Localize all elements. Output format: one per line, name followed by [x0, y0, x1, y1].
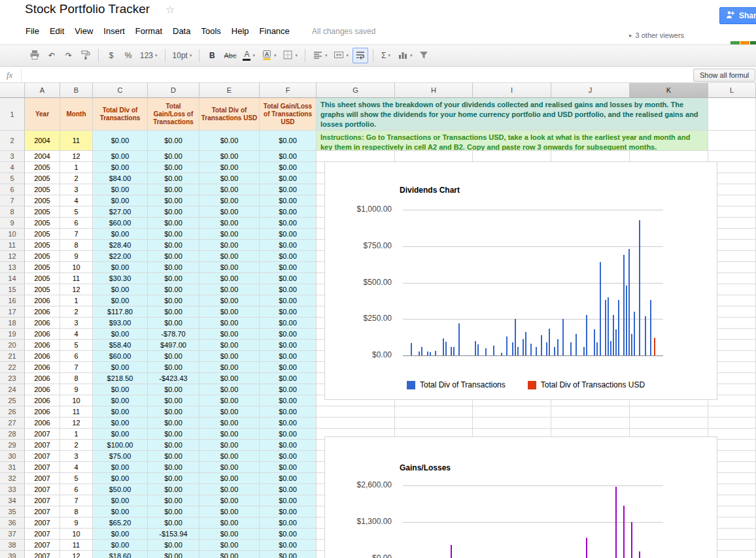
cell-F29[interactable]: $0.00	[260, 440, 317, 451]
menu-tools[interactable]: Tools	[196, 24, 226, 38]
cell-B6[interactable]: 3	[60, 184, 93, 195]
cell-E17[interactable]: $0.00	[199, 306, 260, 318]
cell-C32[interactable]: $0.00	[93, 473, 148, 484]
cell-C26[interactable]: $0.00	[93, 406, 148, 418]
cell-C25[interactable]: $0.00	[93, 395, 148, 406]
cell-C33[interactable]: $50.00	[93, 484, 148, 495]
menu-data[interactable]: Data	[167, 24, 196, 38]
row-header-27[interactable]: 27	[0, 418, 25, 429]
row-header-33[interactable]: 33	[0, 484, 25, 495]
cell-D32[interactable]: $0.00	[148, 473, 199, 484]
cell-F8[interactable]: $0.00	[260, 206, 317, 218]
gains-losses-chart[interactable]: Gains/Losses $2,600.00$1,300.00$0.00	[324, 436, 717, 558]
row-header-28[interactable]: 28	[0, 429, 25, 440]
cell-F18[interactable]: $0.00	[260, 318, 317, 329]
cell-A23[interactable]: 2006	[25, 373, 60, 384]
cell-C30[interactable]: $75.00	[93, 451, 148, 462]
cell-C3[interactable]: $0.00	[93, 151, 148, 162]
row-header-31[interactable]: 31	[0, 462, 25, 473]
cell-A2[interactable]: 2004	[25, 131, 60, 151]
cell-C13[interactable]: $0.00	[93, 262, 148, 273]
cell-D3[interactable]: $0.00	[148, 151, 199, 162]
other-viewers[interactable]: ▸ 3 other viewers	[629, 31, 684, 39]
row-header-10[interactable]: 10	[0, 229, 25, 240]
cell-F11[interactable]: $0.00	[260, 240, 317, 251]
column-header-E[interactable]: E	[199, 83, 260, 98]
cell-A8[interactable]: 2005	[25, 206, 60, 218]
cell-H3[interactable]	[395, 151, 473, 162]
cell-G1-note[interactable]: This sheet shows the breakdown of your d…	[317, 98, 708, 131]
insert-chart-button[interactable]: ▾	[395, 48, 415, 63]
font-size-button[interactable]: 10pt▾	[170, 48, 195, 63]
column-header-G[interactable]: G	[317, 83, 395, 98]
cell-D22[interactable]: $0.00	[148, 362, 199, 373]
cell-C6[interactable]: $0.00	[93, 184, 148, 195]
save-status[interactable]: All changes saved	[312, 27, 375, 36]
cell-C2[interactable]: $0.00	[93, 131, 148, 151]
row-header-25[interactable]: 25	[0, 395, 25, 406]
cell-G2-note[interactable]: Instructions: Go to Transactions or Tran…	[317, 131, 708, 151]
cell-E31[interactable]: $0.00	[199, 462, 260, 473]
cell-E26[interactable]: $0.00	[199, 406, 260, 418]
cell-B10[interactable]: 7	[60, 229, 93, 240]
cell-A17[interactable]: 2006	[25, 306, 60, 318]
cell-C14[interactable]: $30.30	[93, 273, 148, 284]
print-button[interactable]	[27, 48, 43, 63]
column-header-J[interactable]: J	[551, 83, 630, 98]
cell-F37[interactable]: $0.00	[260, 529, 317, 540]
menu-finance[interactable]: Finance	[254, 24, 295, 38]
cell-C27[interactable]: $0.00	[93, 418, 148, 429]
cell-A32[interactable]: 2007	[25, 473, 60, 484]
cell-F38[interactable]: $0.00	[260, 540, 317, 551]
cell-A20[interactable]: 2006	[25, 340, 60, 351]
row-header-23[interactable]: 23	[0, 373, 25, 384]
cell-F20[interactable]: $0.00	[260, 340, 317, 351]
row-header-1[interactable]: 1	[0, 98, 25, 131]
row-header-29[interactable]: 29	[0, 440, 25, 451]
cell-G26[interactable]	[317, 406, 395, 418]
cell-C1[interactable]: Total Div of Transactions	[93, 98, 148, 131]
row-header-26[interactable]: 26	[0, 406, 25, 418]
row-header-35[interactable]: 35	[0, 506, 25, 517]
cell-L2[interactable]	[708, 131, 756, 151]
filter-button[interactable]	[416, 48, 432, 63]
cell-A13[interactable]: 2005	[25, 262, 60, 273]
row-header-32[interactable]: 32	[0, 473, 25, 484]
cell-D20[interactable]: $497.00	[148, 340, 199, 351]
cell-F6[interactable]: $0.00	[260, 184, 317, 195]
row-header-19[interactable]: 19	[0, 329, 25, 340]
cell-B29[interactable]: 2	[60, 440, 93, 451]
cell-I27[interactable]	[473, 418, 551, 429]
cell-F1[interactable]: Total Gain/Loss of Transactions USD	[260, 98, 317, 131]
cell-A31[interactable]: 2007	[25, 462, 60, 473]
cell-F4[interactable]: $0.00	[260, 162, 317, 173]
cell-A15[interactable]: 2005	[25, 284, 60, 295]
cell-E2[interactable]: $0.00	[199, 131, 260, 151]
cell-D7[interactable]: $0.00	[148, 195, 199, 206]
cell-D8[interactable]: $0.00	[148, 206, 199, 218]
cell-D37[interactable]: -$153.94	[148, 529, 199, 540]
cell-B38[interactable]: 11	[60, 540, 93, 551]
select-all-corner[interactable]	[0, 83, 25, 98]
cell-E24[interactable]: $0.00	[199, 384, 260, 395]
formula-input[interactable]	[24, 67, 684, 82]
cell-A9[interactable]: 2005	[25, 218, 60, 229]
text-color-button[interactable]: A▾	[240, 48, 258, 63]
cell-C29[interactable]: $100.00	[93, 440, 148, 451]
cell-A7[interactable]: 2005	[25, 195, 60, 206]
column-header-B[interactable]: B	[60, 83, 93, 98]
cell-A12[interactable]: 2005	[25, 251, 60, 262]
cell-E29[interactable]: $0.00	[199, 440, 260, 451]
cell-C28[interactable]: $0.00	[93, 429, 148, 440]
cell-E37[interactable]: $0.00	[199, 529, 260, 540]
cell-E6[interactable]: $0.00	[199, 184, 260, 195]
cell-E36[interactable]: $0.00	[199, 517, 260, 529]
cell-E3[interactable]: $0.00	[199, 151, 260, 162]
cell-F35[interactable]: $0.00	[260, 506, 317, 517]
cell-C34[interactable]: $0.00	[93, 495, 148, 506]
cell-B36[interactable]: 9	[60, 517, 93, 529]
cell-B13[interactable]: 10	[60, 262, 93, 273]
cell-E14[interactable]: $0.00	[199, 273, 260, 284]
cell-C7[interactable]: $0.00	[93, 195, 148, 206]
row-header-21[interactable]: 21	[0, 351, 25, 362]
